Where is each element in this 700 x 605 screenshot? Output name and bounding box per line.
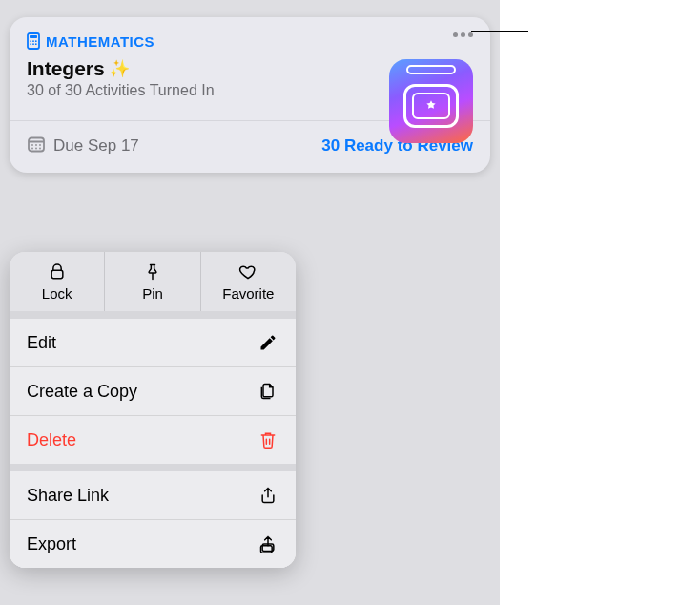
svg-rect-16 — [51, 270, 63, 278]
assignment-title: Integers — [27, 57, 105, 80]
svg-point-5 — [30, 43, 31, 45]
edit-label: Edit — [27, 333, 56, 353]
sparkle-icon: ✨ — [109, 58, 130, 79]
jar-lid-icon — [406, 65, 456, 74]
lock-button[interactable]: Lock — [10, 252, 104, 311]
due-group: Due Sep 17 — [27, 135, 139, 157]
duplicate-icon — [257, 381, 278, 402]
svg-point-13 — [31, 148, 33, 150]
pencil-icon — [257, 332, 278, 353]
more-button[interactable] — [449, 29, 477, 41]
menu-divider-2 — [10, 464, 296, 471]
subject-row: MATHEMATICS — [27, 32, 473, 50]
pin-icon — [142, 261, 163, 282]
context-menu: Lock Pin Favorite Edit — [10, 252, 296, 568]
svg-point-7 — [35, 43, 37, 45]
heart-icon — [237, 261, 258, 282]
share-link-label: Share Link — [27, 486, 109, 506]
assignment-card[interactable]: MATHEMATICS Integers ✨ 30 of 30 Activiti… — [10, 17, 490, 173]
assignment-thumbnail — [389, 59, 473, 143]
edit-menu-item[interactable]: Edit — [10, 319, 296, 366]
svg-point-4 — [35, 40, 37, 42]
export-menu-item[interactable]: Export — [10, 519, 296, 568]
due-date-label: Due Sep 17 — [53, 136, 139, 156]
copy-menu-item[interactable]: Create a Copy — [10, 366, 296, 415]
svg-point-3 — [32, 40, 34, 42]
callout-line — [471, 31, 528, 32]
menu-section-2: Share Link Export — [10, 471, 296, 568]
menu-divider — [10, 311, 296, 319]
svg-rect-1 — [30, 35, 37, 38]
calculator-icon — [27, 32, 40, 50]
lock-label: Lock — [42, 285, 72, 302]
share-link-menu-item[interactable]: Share Link — [10, 471, 296, 519]
menu-section-1: Edit Create a Copy Delete — [10, 319, 296, 464]
delete-menu-item[interactable]: Delete — [10, 415, 296, 464]
favorite-button[interactable]: Favorite — [200, 252, 296, 311]
pin-label: Pin — [142, 285, 163, 302]
ticket-inner-icon — [412, 93, 450, 119]
svg-point-2 — [30, 40, 31, 42]
lock-icon — [47, 261, 68, 282]
ticket-outer-icon — [403, 84, 459, 128]
calendar-icon — [27, 135, 46, 157]
favorite-label: Favorite — [222, 285, 274, 302]
card-body: MATHEMATICS Integers ✨ 30 of 30 Activiti… — [10, 17, 490, 120]
trash-icon — [257, 429, 278, 450]
svg-point-12 — [39, 144, 41, 146]
subject-label: MATHEMATICS — [46, 33, 154, 50]
menu-top-row: Lock Pin Favorite — [10, 252, 296, 311]
export-label: Export — [27, 534, 76, 554]
share-icon — [257, 485, 278, 506]
svg-point-11 — [35, 144, 37, 146]
export-icon — [257, 533, 278, 554]
svg-point-10 — [31, 144, 33, 146]
svg-point-6 — [32, 43, 34, 45]
svg-point-14 — [35, 148, 37, 150]
pin-button[interactable]: Pin — [104, 252, 199, 311]
app-background: MATHEMATICS Integers ✨ 30 of 30 Activiti… — [0, 0, 500, 605]
delete-label: Delete — [27, 430, 76, 450]
copy-label: Create a Copy — [27, 382, 137, 402]
svg-point-15 — [39, 148, 41, 150]
